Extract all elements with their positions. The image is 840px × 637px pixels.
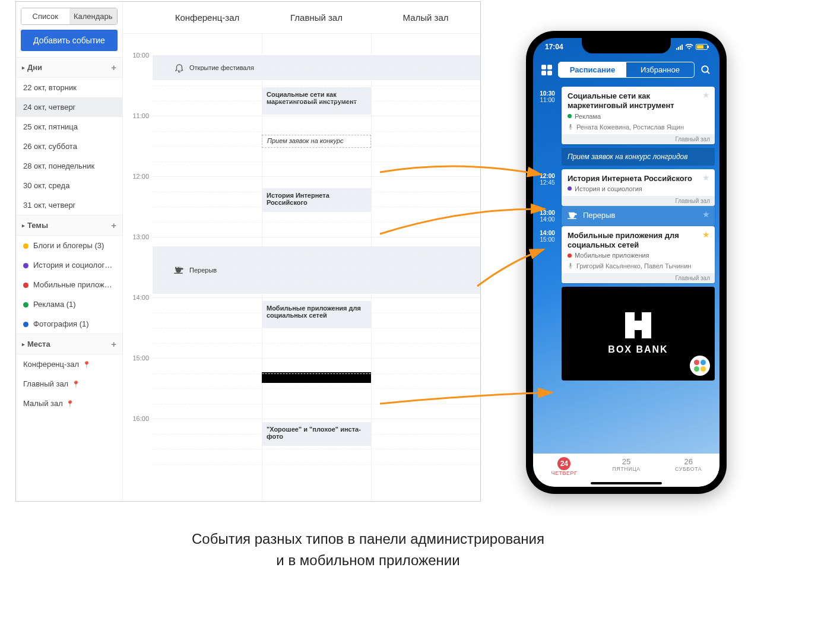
svg-line-2 bbox=[707, 71, 709, 74]
day-item[interactable]: 28 окт, понедельник bbox=[16, 156, 122, 176]
theme-item[interactable]: Мобильные приложени... bbox=[16, 275, 122, 294]
svg-rect-0 bbox=[174, 273, 183, 274]
toggle-calendar[interactable]: Календарь bbox=[69, 8, 118, 24]
feed-ribbon[interactable]: Прием заявок на конкурс лонгридов bbox=[533, 144, 719, 169]
room-col: Главный зал bbox=[262, 2, 371, 33]
caption: События разных типов в панели администри… bbox=[0, 528, 736, 571]
search-icon[interactable] bbox=[700, 65, 711, 75]
sidebar: Список Календарь Добавить событие ▸Дни +… bbox=[16, 2, 123, 501]
feed-item[interactable]: 10:3011:00 ★ Социальные сети как маркети… bbox=[533, 87, 719, 144]
event-break[interactable]: Перерыв bbox=[153, 246, 480, 294]
seg-schedule[interactable]: Расписание bbox=[559, 62, 626, 77]
home-indicator bbox=[591, 482, 662, 484]
day-item[interactable]: 24 окт, четверг bbox=[16, 97, 122, 117]
day-item[interactable]: 30 окт, среда bbox=[16, 176, 122, 195]
event-opening[interactable]: Открытие фестиваля bbox=[153, 55, 480, 80]
notch bbox=[582, 38, 671, 53]
theme-item[interactable]: История и социология (3) bbox=[16, 255, 122, 275]
section-themes[interactable]: ▸Темы + bbox=[16, 215, 122, 236]
calendar: Конференц-зал Главный зал Малый зал 10:0… bbox=[123, 2, 480, 501]
mic-icon bbox=[568, 263, 573, 269]
svg-rect-5 bbox=[570, 263, 572, 267]
room-header: Конференц-зал Главный зал Малый зал bbox=[123, 2, 480, 34]
fab-button[interactable] bbox=[690, 356, 710, 376]
add-event-button[interactable]: Добавить событие bbox=[21, 30, 118, 51]
tab-day[interactable]: 26СУББОТА bbox=[657, 454, 719, 487]
toggle-list[interactable]: Список bbox=[21, 8, 69, 24]
plus-icon[interactable]: + bbox=[111, 62, 116, 72]
boxbank-logo bbox=[625, 312, 651, 338]
star-icon[interactable]: ★ bbox=[702, 230, 710, 239]
wifi-icon bbox=[685, 44, 693, 50]
phone-mockup: 17:04 Расписание Избранное 10:3011: bbox=[526, 31, 727, 494]
battery-icon bbox=[696, 44, 708, 50]
day-item[interactable]: 31 окт, четверг bbox=[16, 195, 122, 215]
phone-screen: 17:04 Расписание Избранное 10:3011: bbox=[533, 38, 719, 487]
feed-item[interactable]: 12:0012:45 ★ История Интернета Российско… bbox=[533, 169, 719, 206]
svg-point-1 bbox=[702, 66, 708, 72]
tab-day[interactable]: 24ЧЕТВЕРГ bbox=[533, 454, 595, 487]
star-icon[interactable]: ★ bbox=[702, 90, 710, 100]
bell-icon bbox=[174, 62, 185, 73]
feed-item[interactable]: 14:0015:00 ★ Мобильные приложения для со… bbox=[533, 226, 719, 284]
room-col: Малый зал bbox=[371, 2, 480, 33]
star-icon[interactable]: ★ bbox=[702, 173, 710, 182]
plus-icon[interactable]: + bbox=[111, 339, 116, 349]
event-banner-slot[interactable] bbox=[262, 372, 371, 383]
day-item[interactable]: 25 окт, пятница bbox=[16, 117, 122, 137]
view-toggle: Список Календарь bbox=[21, 8, 118, 25]
svg-rect-3 bbox=[570, 124, 572, 128]
mic-icon bbox=[568, 124, 573, 130]
grid-icon[interactable] bbox=[541, 65, 552, 75]
section-places[interactable]: ▸Места + bbox=[16, 334, 122, 354]
place-item[interactable]: Конференц-зал 📍 bbox=[16, 354, 122, 374]
svg-rect-4 bbox=[568, 218, 576, 219]
status-time: 17:04 bbox=[545, 43, 563, 51]
event-mobile[interactable]: Мобильные приложения для социальных сете… bbox=[262, 301, 371, 328]
room-col: Конференц-зал bbox=[153, 2, 262, 33]
segment-control: Расписание Избранное bbox=[558, 62, 695, 78]
cup-icon bbox=[568, 211, 578, 220]
feed-break[interactable]: 13:0014:00 ★ Перерыв bbox=[533, 206, 719, 226]
signal-icon bbox=[676, 44, 683, 50]
day-item[interactable]: 26 окт, суббота bbox=[16, 137, 122, 156]
theme-item[interactable]: Блоги и блогеры (3) bbox=[16, 236, 122, 255]
theme-item[interactable]: Фотография (1) bbox=[16, 314, 122, 334]
star-icon[interactable]: ★ bbox=[702, 210, 710, 219]
plus-icon[interactable]: + bbox=[111, 220, 116, 230]
place-item[interactable]: Малый зал 📍 bbox=[16, 394, 122, 413]
feed[interactable]: 10:3011:00 ★ Социальные сети как маркети… bbox=[533, 87, 719, 454]
seg-favorites[interactable]: Избранное bbox=[626, 62, 694, 77]
admin-panel: Список Календарь Добавить событие ▸Дни +… bbox=[15, 1, 481, 502]
place-item[interactable]: Главный зал 📍 bbox=[16, 374, 122, 394]
day-item[interactable]: 22 окт, вторник bbox=[16, 78, 122, 97]
section-days[interactable]: ▸Дни + bbox=[16, 57, 122, 78]
banner[interactable]: BOX BANK bbox=[562, 287, 715, 381]
phone-topbar: Расписание Избранное bbox=[533, 62, 719, 78]
theme-item[interactable]: Реклама (1) bbox=[16, 294, 122, 314]
